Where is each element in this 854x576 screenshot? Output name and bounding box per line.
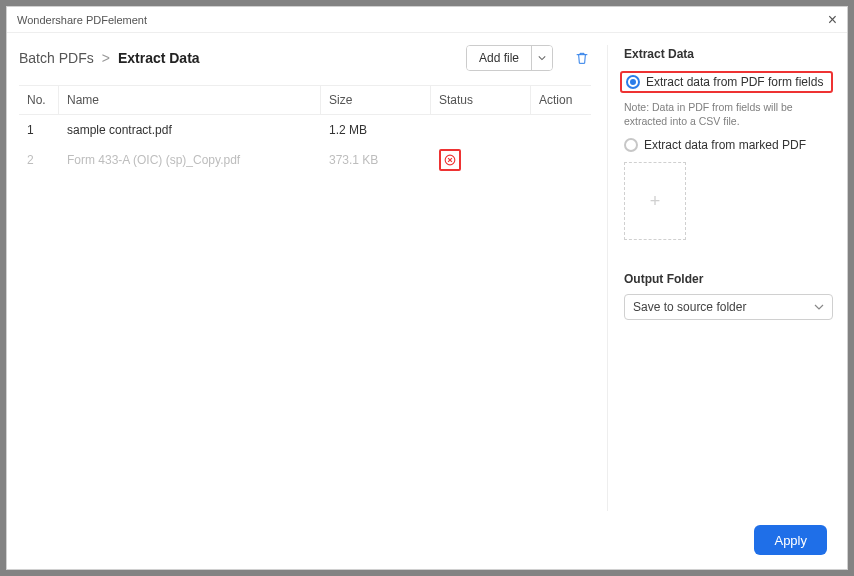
footer: Apply [7, 521, 847, 569]
chevron-down-icon [814, 302, 824, 312]
cell-name: Form 433-A (OIC) (sp)_Copy.pdf [59, 153, 321, 167]
col-status: Status [431, 86, 531, 114]
add-file-dropdown[interactable] [532, 46, 552, 70]
file-table: No. Name Size Status Action 1 sample con… [19, 85, 591, 175]
trash-icon [574, 50, 590, 66]
plus-icon: + [650, 191, 661, 212]
cell-status [431, 149, 531, 171]
body: Batch PDFs > Extract Data Add file [7, 33, 847, 521]
add-file-button[interactable]: Add file [467, 46, 532, 70]
table-row[interactable]: 1 sample contract.pdf 1.2 MB [19, 115, 591, 145]
cell-size: 373.1 KB [321, 153, 431, 167]
side-heading: Extract Data [624, 47, 833, 61]
option-extract-marked-pdf[interactable]: Extract data from marked PDF [624, 138, 833, 152]
radio-icon [626, 75, 640, 89]
apply-button[interactable]: Apply [754, 525, 827, 555]
cell-no: 1 [19, 123, 59, 137]
option-note: Note: Data in PDF from fields will be ex… [624, 101, 833, 128]
toolbar: Add file [466, 45, 591, 71]
cell-no: 2 [19, 153, 59, 167]
chevron-right-icon: > [102, 50, 110, 66]
delete-all-button[interactable] [573, 49, 591, 67]
app-window: Wondershare PDFelement × Batch PDFs > Ex… [6, 6, 848, 570]
window-title: Wondershare PDFelement [17, 14, 147, 26]
error-status-badge [439, 149, 461, 171]
error-icon [443, 153, 457, 167]
breadcrumb-root[interactable]: Batch PDFs [19, 50, 94, 66]
radio-icon [624, 138, 638, 152]
cell-name: sample contract.pdf [59, 123, 321, 137]
col-no: No. [19, 86, 59, 114]
add-area-dropzone[interactable]: + [624, 162, 686, 240]
chevron-down-icon [538, 54, 546, 62]
titlebar: Wondershare PDFelement × [7, 7, 847, 33]
add-file-group: Add file [466, 45, 553, 71]
output-folder-label: Output Folder [624, 272, 833, 286]
breadcrumb: Batch PDFs > Extract Data [19, 50, 466, 66]
option-label: Extract data from PDF form fields [646, 75, 823, 89]
cell-size: 1.2 MB [321, 123, 431, 137]
breadcrumb-current: Extract Data [118, 50, 200, 66]
table-header: No. Name Size Status Action [19, 85, 591, 115]
option-extract-form-fields[interactable]: Extract data from PDF form fields [620, 71, 833, 93]
col-action: Action [531, 86, 591, 114]
side-panel: Extract Data Extract data from PDF form … [608, 45, 833, 511]
col-name: Name [59, 86, 321, 114]
option-label: Extract data from marked PDF [644, 138, 806, 152]
main-panel: Batch PDFs > Extract Data Add file [19, 45, 608, 511]
table-row[interactable]: 2 Form 433-A (OIC) (sp)_Copy.pdf 373.1 K… [19, 145, 591, 175]
select-value: Save to source folder [633, 300, 746, 314]
close-icon[interactable]: × [828, 11, 837, 29]
output-folder-select[interactable]: Save to source folder [624, 294, 833, 320]
col-size: Size [321, 86, 431, 114]
